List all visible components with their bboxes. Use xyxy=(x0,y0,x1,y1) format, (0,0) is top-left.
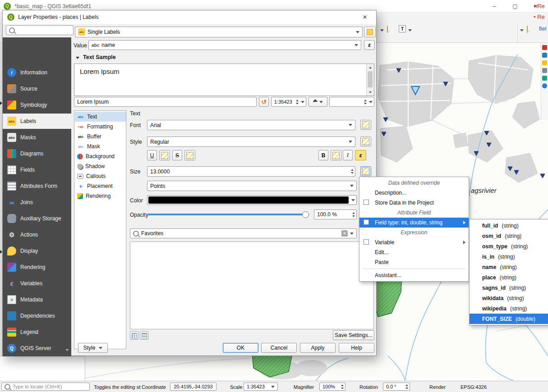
toolbar-dropdown-icon[interactable] xyxy=(520,29,524,32)
crs-label[interactable]: EPSG:4326 xyxy=(461,384,487,390)
field-item-name[interactable]: name(string) xyxy=(470,262,548,272)
checkbox[interactable] xyxy=(364,219,369,225)
tab-text[interactable]: Text xyxy=(75,112,126,122)
menu-item-description[interactable]: Description... xyxy=(359,188,469,198)
underline-data-defined-button[interactable] xyxy=(159,150,170,160)
checkbox[interactable] xyxy=(364,200,369,205)
sidebar-item-metadata[interactable]: Metadata xyxy=(3,292,71,307)
size-units-combo[interactable]: Points xyxy=(147,181,357,191)
field-item-font-size[interactable]: FONT_SIZE(double) xyxy=(470,314,548,324)
sample-scrollbar[interactable] xyxy=(366,64,374,96)
overview-icon[interactable] xyxy=(542,68,547,73)
sidebar-item-variables[interactable]: Variables xyxy=(3,276,71,291)
sidebar-item-diagrams[interactable]: Diagrams xyxy=(3,146,71,161)
processing-icon[interactable] xyxy=(542,45,547,50)
font-data-defined-button[interactable] xyxy=(360,120,371,130)
maximize-button[interactable] xyxy=(507,0,524,12)
locate-input[interactable]: Type to locate (Ctrl+K) xyxy=(1,383,90,391)
save-settings-button[interactable]: Save Settings... xyxy=(333,330,374,340)
menu-item-store-data[interactable]: Store Data in the Project xyxy=(359,198,469,208)
style-data-defined-button[interactable] xyxy=(360,137,371,146)
auto-placement-settings-button[interactable] xyxy=(364,27,376,37)
sidebar-item-masks[interactable]: Masks xyxy=(3,130,71,145)
bold-button[interactable]: B xyxy=(318,150,328,160)
coordinate-input[interactable]: 20.4195,-34.0293 xyxy=(170,383,216,391)
tab-mask[interactable]: Mask xyxy=(75,141,126,151)
strikeout-data-defined-button[interactable] xyxy=(184,150,195,160)
sidebar-item-joins[interactable]: Joins xyxy=(3,195,71,210)
menu-item-paste[interactable]: Paste xyxy=(359,257,469,267)
rotation-spinbox[interactable]: 0.0 ° xyxy=(383,383,410,391)
sidebar-item-rendering[interactable]: Rendering xyxy=(3,260,71,275)
sidebar-item-qgis-server[interactable]: QGIS Server xyxy=(3,341,71,356)
size-data-defined-button[interactable] xyxy=(360,166,371,176)
menu-item-variable[interactable]: Variable xyxy=(359,237,469,247)
field-item-osm_type[interactable]: osm_type(string) xyxy=(470,241,548,251)
gps-icon[interactable] xyxy=(542,76,547,81)
collapse-triangle-icon[interactable] xyxy=(76,57,79,59)
font-combo[interactable]: Arial xyxy=(147,120,355,130)
map-tips-icon[interactable] xyxy=(527,26,528,33)
scroll-up-icon[interactable] xyxy=(369,67,372,68)
sidebar-item-auxiliary-storage[interactable]: Auxiliary Storage xyxy=(3,211,71,226)
style-combo[interactable]: Regular xyxy=(147,137,355,147)
layer-styling-icon[interactable] xyxy=(542,53,547,58)
strikeout-button[interactable]: S xyxy=(172,150,182,160)
minimize-button[interactable] xyxy=(486,0,503,12)
label-mode-combo[interactable]: Single Labels xyxy=(75,27,363,37)
style-presets-list[interactable] xyxy=(130,242,374,329)
field-item-is_in[interactable]: is_in(string) xyxy=(470,251,548,262)
sidebar-item-attributes-form[interactable]: Attributes Form xyxy=(3,178,71,194)
field-item-wikidata[interactable]: wikidata(string) xyxy=(470,293,548,303)
sidebar-item-source[interactable]: Source xyxy=(3,81,71,96)
properties-search-input[interactable] xyxy=(6,25,74,35)
style-menu-button[interactable]: Style xyxy=(78,343,108,353)
field-item-wikipedia[interactable]: wikipedia(string) xyxy=(470,303,548,314)
tab-callouts[interactable]: Callouts xyxy=(75,171,126,181)
field-item-osm_id[interactable]: osm_id(string) xyxy=(470,231,548,241)
sidebar-item-fields[interactable]: Fields xyxy=(3,162,71,178)
expression-builder-button[interactable]: ε xyxy=(364,40,375,50)
toolbar-dropdown-icon[interactable] xyxy=(380,29,384,32)
ok-button[interactable]: OK xyxy=(223,343,258,353)
sidebar-item-display[interactable]: Display xyxy=(3,243,71,259)
favorites-filter-combo[interactable]: Favorites xyxy=(130,228,357,238)
tab-buffer[interactable]: Buffer xyxy=(75,132,126,141)
italic-button[interactable]: I xyxy=(343,150,353,160)
sidebar-item-symbology[interactable]: Symbology xyxy=(3,97,71,113)
sample-scale-combo[interactable]: 1:35423 xyxy=(271,97,306,107)
size-spinbox[interactable]: 13.0000 xyxy=(147,166,355,177)
menu-item-assistant[interactable]: Assistant... xyxy=(359,270,469,280)
apply-button[interactable]: Apply xyxy=(300,343,336,353)
text-annotation-icon[interactable]: T xyxy=(399,25,406,32)
tab-background[interactable]: Background xyxy=(75,151,126,161)
value-field-combo[interactable]: abc name xyxy=(88,40,361,50)
underline-button[interactable]: U xyxy=(147,150,157,160)
menu-item-field-type[interactable]: Field type: int, double, string xyxy=(359,218,469,228)
scale-combo[interactable]: 1:35423 xyxy=(244,383,278,391)
bold-data-defined-button[interactable] xyxy=(331,150,341,160)
opacity-spinbox[interactable]: 100.0 % xyxy=(314,210,357,219)
sidebar-item-information[interactable]: Information xyxy=(3,65,71,80)
tab-placement[interactable]: Placement xyxy=(75,181,126,191)
slider-handle[interactable] xyxy=(302,211,309,218)
sample-text-input[interactable]: Lorem Ipsum xyxy=(74,97,257,107)
field-item-sagns_id[interactable]: sagns_id(string) xyxy=(470,283,548,293)
checkbox[interactable] xyxy=(364,239,369,245)
help-button[interactable]: Help xyxy=(339,343,374,353)
text-annotation-dropdown-icon[interactable] xyxy=(408,29,412,32)
sidebar-scroll-down-icon[interactable] xyxy=(66,349,69,351)
sidebar-item-labels[interactable]: Labels xyxy=(3,114,71,129)
icon-view-button[interactable] xyxy=(130,331,138,340)
italic-expression-button[interactable]: ε xyxy=(355,150,366,160)
sidebar-item-legend[interactable]: Legend xyxy=(3,324,71,340)
magnifier-spinbox[interactable]: 100% xyxy=(319,383,345,391)
scroll-down-icon[interactable] xyxy=(369,91,372,93)
set-from-canvas-button[interactable] xyxy=(309,97,327,107)
clear-filter-icon[interactable] xyxy=(341,230,348,237)
tab-rendering[interactable]: Rendering xyxy=(75,191,126,201)
sidebar-item-dependencies[interactable]: Dependencies xyxy=(3,308,71,324)
tab-shadow[interactable]: Shadow xyxy=(75,161,126,171)
tab-formatting[interactable]: Formatting xyxy=(75,122,126,132)
color-button[interactable] xyxy=(147,195,357,205)
